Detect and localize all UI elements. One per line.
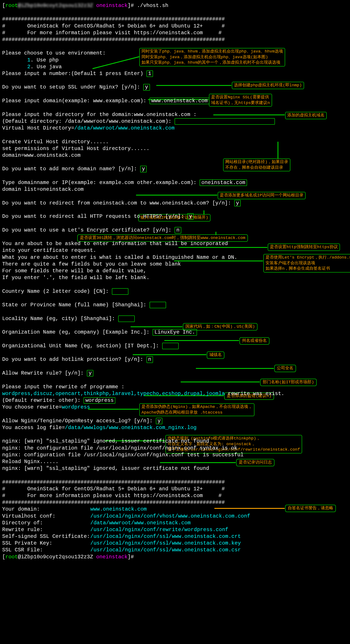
dir-l1: Please input the directory for the domai… [2,111,348,118]
dn-st-v [150,302,166,308]
domain-q[interactable]: Please input domain(example: www.example… [2,98,348,104]
domain-input: www.oneinstack.com [150,98,209,104]
dir-l2[interactable]: (Default directory: /data/wwwroot/www.on… [2,118,348,125]
env-input-value: 1 [147,70,153,77]
nginx-l4: Reload Nginx...... [2,458,348,465]
create-l3: domain=www.oneinstack.com [2,152,348,159]
ssl-input: y [143,84,150,90]
le-v: n [175,227,181,234]
hotlink-q[interactable]: Do you want to add hotlink protection? [… [2,356,348,363]
type-domain-input: oneinstack.com [200,180,247,186]
cert-l3: What you are about to enter is what is c… [2,254,348,261]
rewrite-q[interactable]: Allow Rewrite rule? [y/n]: y [2,370,348,376]
dn-st[interactable]: State or Province Name (full name) [Shan… [2,302,348,308]
hash: ########################################… [2,16,348,22]
prompt-top: [root@iZbp10o9coyt2qsou132z3Z oneinstack… [2,2,348,9]
moredomain-v: y [140,166,147,172]
dir-l3: Virtual Host Directory=/data/wwwroot/www… [2,125,348,132]
hash: ########################################… [2,36,348,43]
nginx-l5: nginx: [warn] "ssl_stapling" ignored, is… [2,465,348,472]
dn-ou[interactable]: Organizational Unit Name (eg, section) [… [2,342,348,349]
cert-l4: There are quite a few fields but you can… [2,261,348,268]
dn-loc-v [118,316,135,322]
create-l2: set permissions of Virtual Host director… [2,145,348,152]
rewrite-d1-v: wordpress [84,397,115,404]
summary-5: Self-signed SSL Certificate:/usr/local/n… [2,533,348,540]
env-opt2: 2. Use java [2,64,348,70]
redir-v1: y [234,200,241,206]
env-opt1: 1. Use php [2,57,348,64]
rewrite-v: y [87,370,93,376]
hash: ########################################… [2,479,348,486]
hotlink-v: n [147,356,153,363]
summary-2: Virtualhost conf:/usr/local/nginx/conf/v… [2,513,348,520]
banner1: # OneinStack for CentOS/Radhat 5+ Debian… [2,23,348,30]
nginx-l1: nginx: [warn] "ssl_stapling" ignored, is… [2,438,348,444]
hash: ########################################… [2,499,348,506]
nginx-l2: nginx: the configuration file /usr/local… [2,445,348,452]
rewrite-p1: Please input the rewrite of programme : [2,384,348,390]
prompt-bottom[interactable]: [root@iZbp10o9coyt2qsou132z3Z oneinstack… [2,554,348,560]
summary-3: Directory of:/data/wwwroot/www.oneinstac… [2,520,348,526]
dn-ou-v [162,343,179,349]
create-l1: Create Virtul Host directory...... [2,138,348,145]
accesslog-l2: You access log file=/data/wwwlogs/www.on… [2,424,348,431]
dn-org-v: LinuxEye Inc. [153,329,197,336]
type-domain[interactable]: Type domainname or IP(example: example.c… [2,179,348,186]
cert-l2: into your certificate request. [2,247,348,254]
banner2: # For more information please visit http… [2,30,348,36]
accesslog-q[interactable]: Allow Nginx/Tengine/OpenResty access_log… [2,418,348,424]
ssl-q[interactable]: Do you want to setup SSL under Nginx? [y… [2,84,348,90]
summary-7: SSL CSR File:/usr/local/nginx/conf/ssl/w… [2,546,348,553]
cert-l6: If you enter '.', the field will be left… [2,274,348,281]
dir-input [175,118,275,125]
redir-q2[interactable]: Do you want to redirect all HTTP request… [2,213,348,220]
nginx-l3: nginx: configuration file /usr/local/ngi… [2,452,348,458]
cert-l5: For some fields there will be a default … [2,268,348,274]
rewrite-d2: You choose rewrite=wordpress [2,404,348,410]
summary-4: Rewrite rule:/usr/local/nginx/conf/rewri… [2,526,348,533]
redir-q1[interactable]: Do you want to redirect from oneinstack.… [2,200,348,206]
rewrite-list: wordpress,discuz,opencart,thinkphp,larav… [2,390,348,397]
banner1: # OneinStack for CentOS/Radhat 5+ Debian… [2,486,348,492]
rewrite-d1[interactable]: (Default rewrite: other): wordpress [2,397,348,404]
domain-list: domain list=oneinstack.com [2,186,348,193]
banner2: # For more information please visit http… [2,492,348,499]
env-choose: Please choose to use environment: [2,50,348,56]
accesslog-v: y [156,418,162,424]
dn-loc[interactable]: Locality Name (eg, city) [Shanghai]: [2,315,348,322]
cert-l1: You are about to be asked to enter infor… [2,240,348,247]
summary-1: Your domain:www.oneinstack.com [2,506,348,512]
moredomain-q[interactable]: Do you want to add more domain name? [y/… [2,166,348,172]
dn-cn[interactable]: Country Name (2 letter code) [CN]: [2,288,348,295]
dn-org[interactable]: Organization Name (eg, company) [Example… [2,329,348,336]
redir-v2: y [187,213,194,220]
dn-cn-v [112,288,128,295]
le-q[interactable]: Do you want to use a Let's Encrypt certi… [2,227,348,234]
env-input[interactable]: Please input a number:(Default 1 press E… [2,70,348,77]
summary-6: SSL Private Key:/usr/local/nginx/conf/ss… [2,540,348,546]
